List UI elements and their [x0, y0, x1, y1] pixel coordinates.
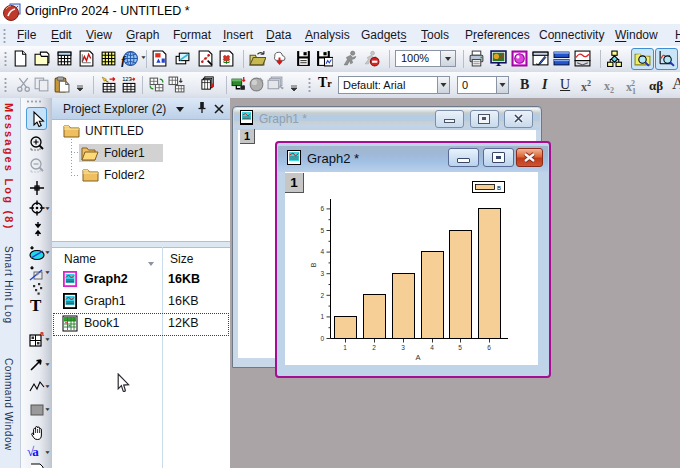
svg-text:4: 4	[430, 344, 434, 351]
svg-text:123: 123	[122, 76, 132, 82]
svg-text:6: 6	[320, 205, 324, 212]
svg-text:5: 5	[458, 344, 462, 351]
svg-text:2: 2	[320, 292, 324, 299]
svg-text:5: 5	[320, 227, 324, 234]
svg-text:A: A	[415, 353, 420, 362]
svg-text:2: 2	[372, 344, 376, 351]
svg-text:1: 1	[320, 313, 324, 320]
svg-text:a: a	[40, 330, 44, 337]
svg-text:3: 3	[401, 344, 405, 351]
svg-text:B: B	[310, 262, 317, 267]
svg-text:4: 4	[320, 248, 324, 255]
svg-text:B: B	[497, 185, 501, 191]
svg-text:0: 0	[320, 335, 324, 342]
svg-text:3: 3	[320, 270, 324, 277]
svg-text:6: 6	[487, 344, 491, 351]
svg-text:1: 1	[343, 344, 347, 351]
